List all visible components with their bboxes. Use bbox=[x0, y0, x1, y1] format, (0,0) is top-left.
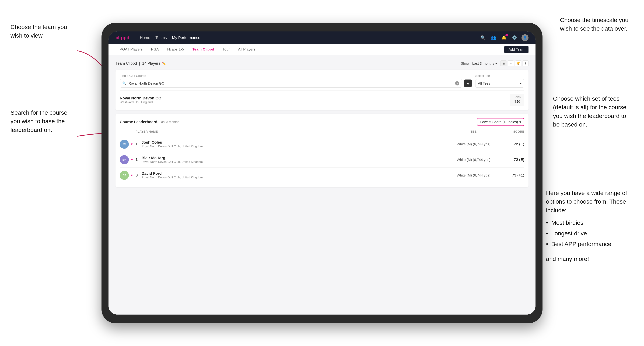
annotation-top-right: Choose the timescale you wish to see the… bbox=[560, 16, 634, 33]
find-course-label: Find a Golf Course bbox=[120, 74, 472, 78]
heart-icon: ♥ bbox=[131, 158, 133, 162]
rank-number: 1 bbox=[134, 142, 139, 147]
annotation-top-left: Choose the team you wish to view. bbox=[10, 23, 74, 40]
player-club: Royal North Devon Golf Club, United King… bbox=[142, 145, 447, 148]
options-list: Most birdies Longest drive Best APP perf… bbox=[546, 217, 634, 250]
nav-teams[interactable]: Teams bbox=[156, 35, 167, 41]
nav-links: Home Teams My Performance bbox=[140, 35, 472, 41]
player-tee: White (M) (6,744 yds) bbox=[447, 158, 500, 162]
col-score: SCORE bbox=[500, 130, 524, 134]
player-info: Blair McHarg Royal North Devon Golf Club… bbox=[142, 156, 447, 164]
option-3: Best APP performance bbox=[546, 239, 634, 249]
tab-hcaps[interactable]: Hcaps 1-5 bbox=[163, 44, 188, 55]
tab-team-clippd[interactable]: Team Clippd bbox=[188, 44, 218, 55]
tab-all-players[interactable]: All Players bbox=[234, 44, 260, 55]
course-info: Royal North Devon GC Westward Ho!, Engla… bbox=[120, 96, 161, 104]
player-info: David Ford Royal North Devon Golf Club, … bbox=[142, 171, 447, 179]
tablet-frame: clippd Home Teams My Performance 🔍 👥 🔔 ⚙… bbox=[102, 23, 542, 323]
trophy-view-btn[interactable]: 🏆 bbox=[515, 60, 521, 66]
heart-icon: ♥ bbox=[131, 142, 133, 146]
player-name: Blair McHarg bbox=[142, 156, 447, 160]
search-icon: 🔍 bbox=[122, 81, 127, 85]
clear-search-btn[interactable]: ✕ bbox=[455, 81, 459, 85]
holes-box: Holes 18 bbox=[510, 94, 524, 106]
add-team-button[interactable]: Add Team bbox=[504, 46, 528, 53]
course-result: Royal North Devon GC Westward Ho!, Engla… bbox=[120, 90, 524, 106]
table-row: DF ♥ 3 David Ford Royal North Devon Golf… bbox=[120, 168, 524, 183]
col-tee: TEE bbox=[447, 130, 500, 134]
score-type-dropdown[interactable]: Lowest Score (18 holes) ▾ bbox=[477, 118, 524, 126]
settings-nav-icon[interactable]: ⚙️ bbox=[511, 34, 518, 41]
table-header: PLAYER NAME TEE SCORE bbox=[120, 129, 524, 135]
holes-number: 18 bbox=[514, 99, 520, 104]
tab-pgat-players[interactable]: PGAT Players bbox=[116, 44, 147, 55]
grid-view-btn[interactable]: ⊞ bbox=[500, 60, 506, 66]
tab-tour[interactable]: Tour bbox=[218, 44, 234, 55]
holes-label: Holes bbox=[514, 96, 520, 99]
avatar: JC bbox=[120, 140, 129, 149]
options-suffix: and many more! bbox=[546, 255, 634, 263]
tablet-screen: clippd Home Teams My Performance 🔍 👥 🔔 ⚙… bbox=[108, 31, 536, 315]
avatar: DF bbox=[120, 171, 129, 180]
tee-chevron-icon: ▾ bbox=[520, 81, 522, 85]
course-search-input[interactable] bbox=[128, 81, 454, 85]
rank-number: 1 bbox=[134, 158, 139, 162]
course-name: Royal North Devon GC bbox=[120, 96, 161, 100]
view-icons: ⊞ ≡ 🏆 ⬇ bbox=[500, 60, 528, 66]
course-location: Westward Ho!, England bbox=[120, 100, 161, 104]
download-btn[interactable]: ⬇ bbox=[522, 60, 528, 66]
notification-badge bbox=[506, 34, 508, 36]
player-club: Royal North Devon Golf Club, United King… bbox=[142, 176, 447, 179]
player-info: Josh Coles Royal North Devon Golf Club, … bbox=[142, 140, 447, 148]
col-player-name: PLAYER NAME bbox=[136, 130, 447, 134]
rank-number: 3 bbox=[134, 173, 139, 177]
leaderboard-subtitle: Last 3 months bbox=[160, 120, 179, 124]
nav-icons: 🔍 👥 🔔 ⚙️ 👤 bbox=[480, 34, 528, 41]
option-1: Most birdies bbox=[546, 217, 634, 228]
course-finder-card: Find a Golf Course 🔍 ✕ ★ Select Tee bbox=[116, 70, 528, 110]
user-avatar[interactable]: 👤 bbox=[522, 34, 528, 41]
show-dropdown[interactable]: Last 3 months ▾ bbox=[472, 61, 497, 65]
annotation-options: Here you have a wide range of options to… bbox=[546, 189, 634, 263]
annotation-search: Search for the course you wish to base t… bbox=[10, 108, 74, 134]
player-score: 73 (+1) bbox=[500, 173, 524, 177]
edit-team-icon[interactable]: ✏️ bbox=[162, 61, 166, 65]
app-navbar: clippd Home Teams My Performance 🔍 👥 🔔 ⚙… bbox=[108, 31, 536, 44]
sub-navbar: PGAT Players PGA Hcaps 1-5 Team Clippd T… bbox=[108, 44, 536, 55]
player-score: 72 (E) bbox=[500, 142, 524, 147]
heart-icon: ♥ bbox=[131, 173, 133, 177]
player-score: 72 (E) bbox=[500, 158, 524, 162]
table-row: JC ♥ 1 Josh Coles Royal North Devon Golf… bbox=[120, 137, 524, 152]
player-tee: White (M) (6,744 yds) bbox=[447, 173, 500, 177]
show-label: Show: bbox=[461, 61, 470, 65]
tee-label: Select Tee bbox=[475, 74, 524, 78]
course-search-wrap: 🔍 ✕ bbox=[120, 79, 462, 88]
chevron-down-icon: ▾ bbox=[495, 61, 497, 65]
option-2: Longest drive bbox=[546, 228, 634, 239]
search-row: 🔍 ✕ ★ bbox=[120, 79, 472, 88]
player-name: Josh Coles bbox=[142, 140, 447, 145]
main-content: Team Clippd | 14 Players ✏️ Show: Last 3… bbox=[108, 55, 536, 315]
player-club: Royal North Devon Golf Club, United King… bbox=[142, 160, 447, 164]
bell-nav-icon[interactable]: 🔔 bbox=[500, 34, 508, 41]
nav-my-performance[interactable]: My Performance bbox=[172, 35, 200, 41]
annotation-tees: Choose which set of tees (default is all… bbox=[553, 94, 634, 129]
team-title: Team Clippd | 14 Players bbox=[116, 61, 160, 66]
tab-pga[interactable]: PGA bbox=[147, 44, 163, 55]
team-header: Team Clippd | 14 Players ✏️ Show: Last 3… bbox=[116, 60, 528, 66]
score-type-chevron-icon: ▾ bbox=[520, 120, 521, 124]
favourite-btn[interactable]: ★ bbox=[464, 79, 472, 87]
tee-section: Select Tee All Tees ▾ bbox=[475, 74, 524, 88]
people-nav-icon[interactable]: 👥 bbox=[490, 34, 497, 41]
leaderboard-card: Course Leaderboard, Last 3 months Lowest… bbox=[116, 114, 528, 187]
tee-dropdown[interactable]: All Tees ▾ bbox=[475, 79, 524, 88]
leaderboard-title: Course Leaderboard, bbox=[120, 120, 158, 124]
table-row: BM ♥ 1 Blair McHarg Royal North Devon Go… bbox=[120, 152, 524, 168]
nav-home[interactable]: Home bbox=[140, 35, 150, 41]
list-view-btn[interactable]: ≡ bbox=[508, 60, 514, 66]
player-name: David Ford bbox=[142, 171, 447, 176]
avatar: BM bbox=[120, 155, 129, 164]
search-nav-icon[interactable]: 🔍 bbox=[480, 34, 486, 41]
leaderboard-header: Course Leaderboard, Last 3 months Lowest… bbox=[120, 118, 524, 126]
brand-logo: clippd bbox=[116, 35, 129, 40]
